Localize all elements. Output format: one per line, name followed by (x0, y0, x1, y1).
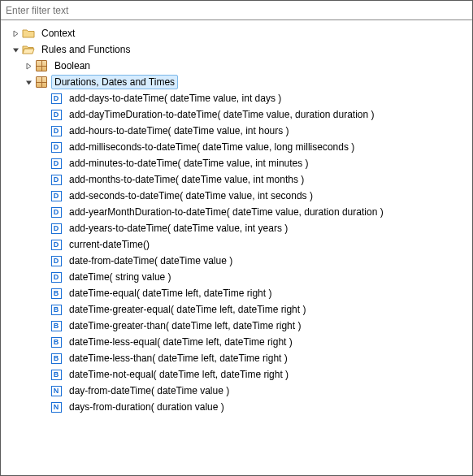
tree-node-label: days-from-duration( duration value ) (66, 400, 228, 414)
tree-node-label: dateTime( string value ) (66, 270, 175, 284)
type-d-icon: D (50, 238, 63, 251)
type-d-icon: D (50, 108, 63, 121)
type-b-icon: B (50, 303, 63, 316)
node-boolean[interactable]: Boolean (4, 58, 469, 74)
filter-input[interactable] (1, 1, 472, 20)
tree-node-label: add-months-to-dateTime( dateTime value, … (66, 172, 307, 187)
folder-closed-icon (22, 27, 35, 40)
type-d-icon: D (50, 254, 63, 267)
fn-day-from-datetime[interactable]: Nday-from-dateTime( dateTime value ) (4, 383, 469, 399)
tree-node-label: Context (38, 26, 78, 41)
tree-node-label: add-milliseconds-to-dateTime( dateTime v… (66, 140, 358, 154)
fn-add-yearmonthduration-to-datetime[interactable]: Dadd-yearMonthDuration-to-dateTime( date… (4, 204, 469, 220)
tree-node-label: dateTime-less-than( dateTime left, dateT… (66, 351, 291, 366)
fn-datetime[interactable]: DdateTime( string value ) (4, 269, 469, 285)
type-d-icon: D (50, 206, 63, 219)
type-d-icon: D (50, 270, 63, 283)
type-b-icon: B (50, 352, 63, 365)
tree-node-label: add-hours-to-dateTime( dateTime value, i… (66, 123, 293, 138)
fn-datetime-greater-than[interactable]: BdateTime-greater-than( dateTime left, d… (4, 318, 469, 334)
fn-add-years-to-datetime[interactable]: Dadd-years-to-dateTime( dateTime value, … (4, 220, 469, 236)
type-d-icon: D (50, 222, 63, 235)
fn-add-hours-to-datetime[interactable]: Dadd-hours-to-dateTime( dateTime value, … (4, 123, 469, 139)
expand-icon[interactable] (24, 61, 33, 71)
node-context[interactable]: Context (4, 25, 469, 41)
fn-add-minutes-to-datetime[interactable]: Dadd-minutes-to-dateTime( dateTime value… (4, 155, 469, 171)
fn-add-days-to-datetime[interactable]: Dadd-days-to-dateTime( dateTime value, i… (4, 90, 469, 106)
type-d-icon: D (50, 189, 63, 202)
tree-node-label: add-minutes-to-dateTime( dateTime value,… (66, 156, 312, 171)
fn-current-datetime[interactable]: Dcurrent-dateTime() (4, 236, 469, 253)
fn-datetime-less-than[interactable]: BdateTime-less-than( dateTime left, date… (4, 350, 469, 366)
fn-datetime-not-equal[interactable]: BdateTime-not-equal( dateTime left, date… (4, 366, 469, 383)
tree-node-label: date-from-dateTime( dateTime value ) (66, 253, 236, 268)
collapse-icon[interactable] (24, 77, 33, 87)
expand-icon[interactable] (11, 28, 20, 38)
tree-node-label: add-yearMonthDuration-to-dateTime( dateT… (66, 205, 387, 219)
type-d-icon: D (50, 141, 63, 154)
tree-node-label: dateTime-greater-equal( dateTime left, d… (66, 302, 309, 317)
node-durations-dates-times[interactable]: Durations, Dates and Times (4, 74, 469, 90)
fn-add-milliseconds-to-datetime[interactable]: Dadd-milliseconds-to-dateTime( dateTime … (4, 139, 469, 155)
tree-node-label: Boolean (51, 58, 93, 73)
tree-node-label: add-days-to-dateTime( dateTime value, in… (66, 91, 284, 106)
type-d-icon: D (50, 157, 63, 170)
fn-add-months-to-datetime[interactable]: Dadd-months-to-dateTime( dateTime value,… (4, 171, 469, 188)
tree-node-label: add-seconds-to-dateTime( dateTime value,… (66, 188, 316, 203)
tree-node-label: dateTime-equal( dateTime left, dateTime … (66, 286, 275, 301)
type-d-icon: D (50, 92, 63, 105)
fn-datetime-equal[interactable]: BdateTime-equal( dateTime left, dateTime… (4, 285, 469, 301)
package-icon (35, 59, 48, 72)
tree-node-label: add-years-to-dateTime( dateTime value, i… (66, 221, 291, 236)
fn-add-seconds-to-datetime[interactable]: Dadd-seconds-to-dateTime( dateTime value… (4, 188, 469, 204)
type-b-icon: B (50, 368, 63, 381)
fn-date-from-datetime[interactable]: Ddate-from-dateTime( dateTime value ) (4, 253, 469, 269)
type-n-icon: N (50, 384, 63, 397)
type-d-icon: D (50, 124, 63, 137)
tree-node-label: current-dateTime() (66, 237, 153, 252)
collapse-icon[interactable] (11, 45, 20, 54)
package-icon (35, 76, 48, 89)
fn-datetime-less-equal[interactable]: BdateTime-less-equal( dateTime left, dat… (4, 334, 469, 350)
type-b-icon: B (50, 335, 63, 348)
tree-view: ContextRules and FunctionsBooleanDuratio… (1, 20, 472, 420)
type-d-icon: D (50, 173, 63, 186)
tree-node-label: dateTime-less-equal( dateTime left, date… (66, 335, 296, 349)
tree-node-label: day-from-dateTime( dateTime value ) (66, 383, 232, 398)
fn-days-from-duration[interactable]: Ndays-from-duration( duration value ) (4, 399, 469, 415)
tree-node-label: dateTime-not-equal( dateTime left, dateT… (66, 367, 292, 382)
node-rules-functions[interactable]: Rules and Functions (4, 41, 469, 58)
type-b-icon: B (50, 287, 63, 300)
folder-open-icon (22, 43, 35, 56)
tree-node-label: dateTime-greater-than( dateTime left, da… (66, 318, 304, 333)
tree-node-label: Rules and Functions (38, 42, 133, 57)
fn-datetime-greater-equal[interactable]: BdateTime-greater-equal( dateTime left, … (4, 301, 469, 318)
tree-node-label: add-dayTimeDuration-to-dateTime( dateTim… (66, 107, 378, 122)
type-b-icon: B (50, 319, 63, 332)
type-n-icon: N (50, 400, 63, 413)
fn-add-daytimeduration-to-datetime[interactable]: Dadd-dayTimeDuration-to-dateTime( dateTi… (4, 106, 469, 123)
tree-node-label: Durations, Dates and Times (51, 75, 178, 89)
